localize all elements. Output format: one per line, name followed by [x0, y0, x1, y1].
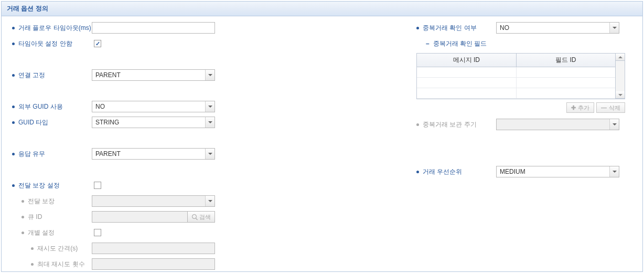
- chevron-down-icon: [205, 196, 214, 206]
- label-dup-check: 중복거래 확인 여부: [423, 24, 496, 33]
- table-actions: ✚ 추가 — 삭제: [416, 102, 625, 113]
- delete-button-label: 삭제: [609, 104, 620, 112]
- row-individual: 개별 설정: [12, 226, 322, 239]
- bullet-icon: [12, 121, 15, 124]
- col-field-id[interactable]: 필드 ID: [517, 54, 616, 67]
- select-value: PARENT: [92, 148, 215, 160]
- row-ext-guid: 외부 GUID 사용 NO: [12, 100, 322, 113]
- panel-body: 거래 플로우 타임아웃(ms) 타임아웃 설정 안함 연결 고정 PARENT: [2, 16, 642, 273]
- checkbox-no-timeout[interactable]: [94, 40, 101, 47]
- row-delivery-sub: 전달 보장: [12, 195, 322, 207]
- bullet-icon: [416, 123, 419, 126]
- bullet-icon: [12, 43, 15, 45]
- table-wrap-dup-fields: 메시지 ID 필드 ID: [416, 53, 632, 99]
- row-queue-id: 큐 ID 검색: [12, 211, 322, 223]
- sub-dup-fields: – 중복거래 확인 필드 메시지 ID 필드 ID: [416, 37, 632, 131]
- bullet-icon: [12, 27, 15, 29]
- col-message-id[interactable]: 메시지 ID: [417, 54, 517, 67]
- spacer: [12, 132, 322, 144]
- bullet-icon: [22, 200, 24, 203]
- select-value: [92, 195, 215, 207]
- add-button-label: 추가: [578, 104, 589, 112]
- select-guid-type[interactable]: STRING: [92, 117, 215, 128]
- label-conn-fix: 연결 고정: [18, 71, 92, 80]
- panel-transaction-options: 거래 옵션 정의 거래 플로우 타임아웃(ms) 타임아웃 설정 안함 연결 고…: [1, 1, 643, 272]
- label-retry-interval: 재시도 간격(s): [37, 244, 92, 253]
- label-delivery-guarantee: 전달 보장 설정: [18, 181, 92, 190]
- select-value: NO: [496, 22, 619, 34]
- input-retry-interval[interactable]: [92, 243, 215, 254]
- spacer: [416, 134, 632, 146]
- select-value: PARENT: [92, 69, 215, 81]
- select-value: [496, 119, 619, 130]
- checkbox-individual[interactable]: [94, 229, 101, 236]
- label-individual: 개별 설정: [28, 228, 92, 237]
- bullet-icon: [12, 153, 15, 155]
- bullet-icon: [12, 74, 15, 77]
- bullet-icon: [12, 184, 15, 187]
- input-timeout[interactable]: [92, 22, 215, 34]
- select-ext-guid[interactable]: NO: [92, 101, 215, 112]
- input-queue-id[interactable]: [92, 211, 187, 223]
- bullet-icon: [22, 216, 24, 218]
- table-row[interactable]: [417, 78, 615, 88]
- grid-header: 메시지 ID 필드 ID: [417, 54, 615, 67]
- chevron-down-icon: [205, 149, 214, 159]
- spacer: [416, 150, 632, 162]
- select-dup-check[interactable]: NO: [496, 22, 619, 34]
- label-priority: 거래 우선순위: [423, 167, 496, 176]
- label-response: 응답 유무: [18, 150, 92, 159]
- spacer: [12, 85, 322, 97]
- table-row[interactable]: [417, 67, 615, 78]
- label-ext-guid: 외부 GUID 사용: [18, 102, 92, 111]
- row-dup-field-header: – 중복거래 확인 필드: [416, 37, 632, 50]
- bullet-icon: [416, 171, 419, 173]
- select-conn-fix[interactable]: PARENT: [92, 69, 215, 81]
- scroll-track: [616, 61, 625, 91]
- grid-body: [417, 67, 615, 99]
- row-conn-fix: 연결 고정 PARENT: [12, 69, 322, 81]
- row-dup-keep: 중복거래 보관 주기: [416, 118, 632, 131]
- spacer: [12, 163, 322, 176]
- row-dup-check: 중복거래 확인 여부 NO: [416, 22, 632, 34]
- chevron-down-icon: [205, 70, 214, 80]
- add-button[interactable]: ✚ 추가: [566, 102, 594, 113]
- delete-button[interactable]: — 삭제: [596, 102, 625, 113]
- label-queue-id: 큐 ID: [28, 213, 92, 222]
- select-response[interactable]: PARENT: [92, 148, 215, 160]
- select-value: STRING: [92, 117, 215, 128]
- row-delivery-guarantee: 전달 보장 설정: [12, 179, 322, 192]
- row-no-timeout: 타임아웃 설정 안함: [12, 37, 322, 50]
- chevron-down-icon: [205, 117, 214, 128]
- chevron-down-icon: [205, 101, 214, 112]
- search-button[interactable]: 검색: [187, 211, 215, 223]
- label-timeout: 거래 플로우 타임아웃(ms): [18, 24, 92, 33]
- scroll-down-button[interactable]: [616, 91, 625, 99]
- plus-icon: ✚: [571, 104, 576, 111]
- column-left: 거래 플로우 타임아웃(ms) 타임아웃 설정 안함 연결 고정 PARENT: [12, 22, 322, 273]
- row-retry-interval: 재시도 간격(s): [12, 242, 322, 255]
- label-dup-keep: 중복거래 보관 주기: [423, 120, 496, 129]
- row-priority: 거래 우선순위 MEDIUM: [416, 165, 632, 178]
- dash-icon: –: [426, 40, 430, 47]
- chevron-down-icon: [609, 119, 619, 130]
- grid-dup-fields[interactable]: 메시지 ID 필드 ID: [416, 53, 616, 99]
- label-no-timeout: 타임아웃 설정 안함: [18, 39, 92, 48]
- search-group-queue: 검색: [92, 211, 215, 223]
- bullet-icon: [22, 232, 24, 234]
- bullet-icon: [31, 247, 34, 250]
- scroll-up-button[interactable]: [616, 54, 625, 61]
- select-priority[interactable]: MEDIUM: [496, 166, 619, 177]
- select-dup-keep[interactable]: [496, 119, 619, 130]
- table-row[interactable]: [417, 88, 615, 99]
- label-guid-type: GUID 타입: [18, 118, 92, 127]
- checkbox-delivery-guarantee[interactable]: [94, 182, 101, 189]
- search-button-label: 검색: [199, 213, 211, 221]
- bullet-icon: [12, 106, 15, 108]
- chevron-down-icon: [609, 23, 619, 33]
- select-value: NO: [92, 101, 215, 112]
- bullet-icon: [416, 27, 419, 29]
- bullet-icon: [31, 263, 34, 266]
- select-delivery-sub[interactable]: [92, 195, 215, 207]
- input-max-retry[interactable]: [92, 258, 215, 270]
